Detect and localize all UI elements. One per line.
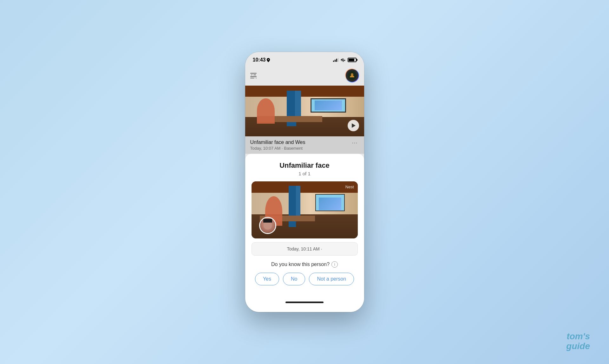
- location-icon: [267, 58, 270, 62]
- not-a-person-button[interactable]: Not a person: [309, 273, 354, 285]
- user-avatar[interactable]: [345, 68, 359, 82]
- action-buttons: Yes No Not a person: [252, 273, 358, 285]
- question-row: Do you know this person? i: [271, 261, 338, 268]
- home-bar: [285, 302, 324, 303]
- info-icon[interactable]: i: [331, 261, 338, 268]
- card-subtitle: Today, 10:07 AM · Basement: [250, 146, 305, 151]
- filter-icon[interactable]: [250, 73, 257, 78]
- status-bar: 10:43: [245, 52, 364, 66]
- time-display: 10:43: [253, 57, 266, 63]
- watermark: tom's guide: [566, 332, 590, 351]
- home-indicator: [252, 298, 358, 306]
- video-card: Unfamiliar face and Wes Today, 10:07 AM …: [245, 86, 364, 154]
- play-button[interactable]: [348, 120, 359, 131]
- detected-face: [259, 217, 276, 234]
- watermark-line1: tom's: [566, 332, 590, 341]
- sheet-subtitle: 1 of 1: [298, 171, 311, 176]
- card-info: Unfamiliar face and Wes Today, 10:07 AM …: [245, 136, 364, 154]
- room-scene: [245, 86, 364, 136]
- battery-icon: [348, 58, 357, 62]
- face-scene: Nest: [252, 181, 358, 238]
- face-image-container: Nest: [252, 181, 358, 238]
- bottom-sheet: Unfamiliar face 1 of 1 Nest: [245, 154, 364, 312]
- status-icons: [333, 58, 357, 62]
- wifi-icon: [341, 58, 346, 62]
- timestamp: Today, 10:11 AM: [287, 246, 319, 251]
- more-options-button[interactable]: ···: [350, 140, 359, 146]
- page-background: tom's guide 10:43: [245, 52, 364, 312]
- no-button[interactable]: No: [283, 273, 305, 285]
- nest-label: Nest: [345, 185, 354, 189]
- signal-icon: [333, 58, 339, 62]
- timestamp-bar: Today, 10:11 AM ·: [252, 242, 358, 256]
- video-thumbnail[interactable]: [245, 86, 364, 136]
- question-text: Do you know this person?: [271, 262, 330, 267]
- timestamp-dot: ·: [321, 246, 322, 251]
- phone-frame: 10:43: [245, 52, 364, 312]
- status-time: 10:43: [253, 57, 270, 63]
- sheet-title: Unfamiliar face: [279, 161, 330, 170]
- card-title: Unfamiliar face and Wes: [250, 140, 305, 145]
- yes-button[interactable]: Yes: [255, 273, 279, 285]
- app-header: [245, 66, 364, 86]
- svg-point-1: [351, 73, 353, 76]
- watermark-line2: guide: [566, 341, 590, 351]
